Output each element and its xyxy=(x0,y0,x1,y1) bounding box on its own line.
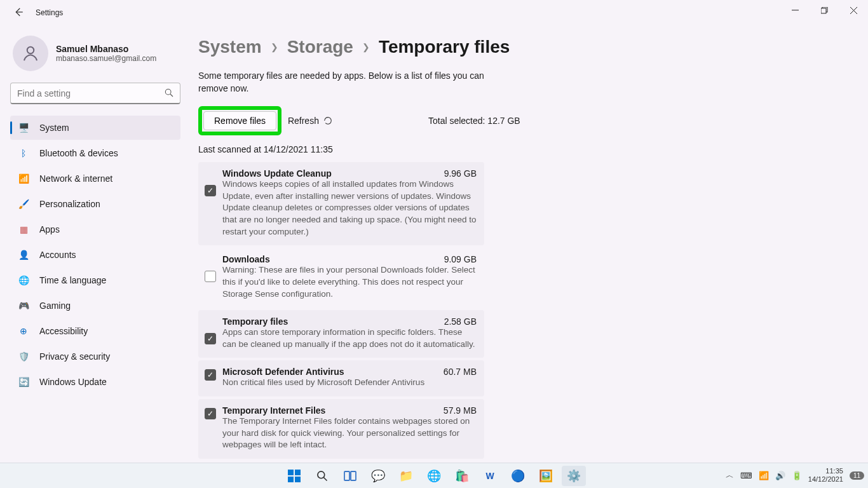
nav-icon: 🌐 xyxy=(18,275,29,285)
store-icon[interactable]: 🛍️ xyxy=(450,466,474,486)
item-description: The Temporary Internet Files folder cont… xyxy=(222,416,477,451)
breadcrumb: System ❯ Storage ❯ Temporary files xyxy=(198,37,855,57)
nav-label: Bluetooth & devices xyxy=(39,148,118,158)
nav-label: Network & internet xyxy=(39,173,112,184)
nav-item-time-language[interactable]: 🌐Time & language xyxy=(10,268,180,292)
nav-item-accessibility[interactable]: ⊕Accessibility xyxy=(10,319,180,343)
nav-item-privacy-security[interactable]: 🛡️Privacy & security xyxy=(10,344,180,369)
total-selected: Total selected: 12.7 GB xyxy=(428,116,520,126)
svg-rect-10 xyxy=(288,477,294,482)
refresh-button[interactable]: Refresh xyxy=(288,116,333,126)
minimize-button[interactable] xyxy=(780,0,810,20)
storage-item: Downloads9.09 GBWarning: These are files… xyxy=(198,248,484,308)
avatar xyxy=(13,36,48,71)
nav-item-network-internet[interactable]: 📶Network & internet xyxy=(10,166,180,191)
nav-item-personalization[interactable]: 🖌️Personalization xyxy=(10,192,180,216)
maximize-button[interactable] xyxy=(810,0,839,20)
tray-chevron-icon[interactable]: ︿ xyxy=(726,470,734,481)
profile-name: Samuel Mbanaso xyxy=(56,44,156,54)
system-tray: ︿ ⌨ 📶 🔊 🔋 11:35 14/12/2021 11 xyxy=(726,463,864,488)
item-title: Windows Update Cleanup xyxy=(222,168,332,179)
last-scanned: Last scanned at 14/12/2021 11:35 xyxy=(198,144,855,154)
nav-label: System xyxy=(39,123,69,133)
start-button[interactable] xyxy=(282,466,306,486)
nav-icon: ⊕ xyxy=(18,326,29,336)
battery-icon[interactable]: 🔋 xyxy=(792,471,802,480)
storage-item: ✓Microsoft Defender Antivirus60.7 MBNon … xyxy=(198,360,484,396)
nav-icon: ᛒ xyxy=(18,148,29,158)
nav-item-system[interactable]: 🖥️System xyxy=(10,116,180,140)
item-description: Windows keeps copies of all installed up… xyxy=(222,179,477,238)
profile-email: mbanaso.samuel@gmail.com xyxy=(56,54,156,63)
item-title: Temporary Internet Files xyxy=(222,405,325,416)
nav-icon: 🛡️ xyxy=(18,351,29,362)
storage-item: ✓Temporary files2.58 GBApps can store te… xyxy=(198,310,484,358)
nav-label: Accounts xyxy=(39,250,76,260)
close-button[interactable] xyxy=(839,0,868,20)
notification-badge[interactable]: 11 xyxy=(850,471,864,480)
highlight-box: Remove files xyxy=(198,106,281,135)
item-description: Apps can store temporary information in … xyxy=(222,327,477,350)
nav-list: 🖥️SystemᛒBluetooth & devices📶Network & i… xyxy=(10,116,180,394)
settings-icon[interactable]: ⚙️ xyxy=(562,466,586,486)
svg-rect-9 xyxy=(295,470,301,475)
breadcrumb-storage[interactable]: Storage xyxy=(287,37,353,57)
back-button[interactable] xyxy=(13,6,25,19)
breadcrumb-system[interactable]: System xyxy=(198,37,262,57)
nav-item-windows-update[interactable]: 🔄Windows Update xyxy=(10,370,180,394)
svg-rect-15 xyxy=(351,471,356,480)
clock[interactable]: 11:35 14/12/2021 xyxy=(808,467,843,483)
nav-item-bluetooth-devices[interactable]: ᛒBluetooth & devices xyxy=(10,141,180,165)
chevron-right-icon: ❯ xyxy=(271,42,278,52)
chat-icon[interactable]: 💬 xyxy=(366,466,390,486)
profile[interactable]: Samuel Mbanaso mbanaso.samuel@gmail.com xyxy=(13,36,180,71)
time: 11:35 xyxy=(808,467,843,475)
nav-icon: 🖌️ xyxy=(18,199,29,209)
nav-label: Personalization xyxy=(39,199,100,209)
svg-point-12 xyxy=(318,471,325,478)
item-title: Downloads xyxy=(222,254,270,264)
item-size: 57.9 MB xyxy=(444,405,477,416)
file-explorer-icon[interactable]: 📁 xyxy=(394,466,418,486)
chevron-right-icon: ❯ xyxy=(362,42,370,52)
svg-line-7 xyxy=(170,94,173,97)
item-title: Microsoft Defender Antivirus xyxy=(222,367,344,377)
nav-icon: 🎮 xyxy=(18,301,29,311)
task-view-icon[interactable] xyxy=(338,466,362,486)
breadcrumb-current: Temporary files xyxy=(379,37,510,57)
checkbox[interactable]: ✓ xyxy=(205,369,216,381)
keyboard-icon[interactable]: ⌨ xyxy=(740,471,752,480)
nav-item-apps[interactable]: ▦Apps xyxy=(10,217,180,241)
nav-item-accounts[interactable]: 👤Accounts xyxy=(10,243,180,267)
edge-icon[interactable]: 🌐 xyxy=(422,466,446,486)
chrome-icon[interactable]: 🔵 xyxy=(506,466,530,486)
nav-icon: ▦ xyxy=(18,224,29,234)
nav-icon: 📶 xyxy=(18,173,29,184)
refresh-icon xyxy=(323,116,333,126)
photos-icon[interactable]: 🖼️ xyxy=(534,466,558,486)
checkbox[interactable]: ✓ xyxy=(205,333,216,344)
item-size: 2.58 GB xyxy=(444,316,477,327)
date: 14/12/2021 xyxy=(808,475,843,484)
taskbar-search-icon[interactable] xyxy=(310,466,334,486)
checkbox[interactable] xyxy=(205,271,216,282)
nav-label: Apps xyxy=(39,224,60,234)
nav-icon: 🖥️ xyxy=(18,123,29,133)
search-input[interactable] xyxy=(10,83,180,104)
nav-label: Accessibility xyxy=(39,326,88,336)
checkbox[interactable]: ✓ xyxy=(205,185,216,196)
svg-point-6 xyxy=(165,89,171,95)
taskbar: 💬 📁 🌐 🛍️ W 🔵 🖼️ ⚙️ ︿ ⌨ 📶 🔊 🔋 11:35 14/12… xyxy=(0,463,868,488)
sidebar: Samuel Mbanaso mbanaso.samuel@gmail.com … xyxy=(0,25,191,463)
nav-item-gaming[interactable]: 🎮Gaming xyxy=(10,294,180,318)
item-size: 9.09 GB xyxy=(444,254,477,264)
checkbox[interactable]: ✓ xyxy=(205,408,216,419)
word-icon[interactable]: W xyxy=(478,466,502,486)
wifi-icon[interactable]: 📶 xyxy=(759,471,769,480)
item-size: 9.96 GB xyxy=(444,168,477,179)
window-title: Settings xyxy=(36,8,63,17)
volume-icon[interactable]: 🔊 xyxy=(775,471,785,480)
search-icon[interactable] xyxy=(164,88,174,98)
refresh-label: Refresh xyxy=(288,116,319,126)
remove-files-button[interactable]: Remove files xyxy=(203,111,276,130)
